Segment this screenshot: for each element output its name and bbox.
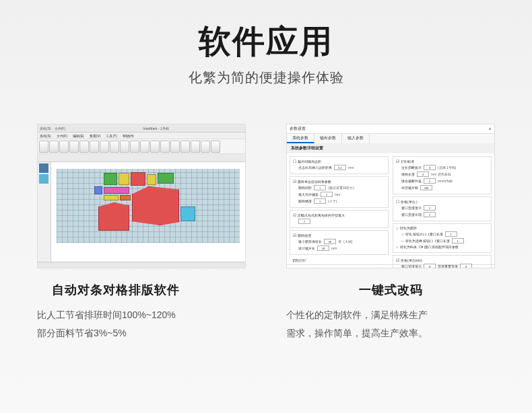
tool-button[interactable]	[39, 141, 48, 153]
menu-item[interactable]: 系统(S)	[40, 134, 51, 138]
param-unit: 度	[338, 239, 341, 243]
radio[interactable]: 转化为4L体, C# (窗口系统配件项目参数	[396, 245, 488, 249]
desc-line: 比人工节省排班时间100%~120%	[37, 306, 246, 324]
param-row: 窗口宽度出现 2	[396, 212, 488, 217]
pattern-piece[interactable]	[119, 173, 129, 185]
param-input[interactable]: 1	[452, 238, 464, 243]
color-swatch[interactable]	[39, 174, 48, 184]
param-input[interactable]: 1	[314, 185, 326, 190]
pattern-piece[interactable]	[120, 195, 131, 200]
param-input[interactable]: 90	[324, 239, 336, 244]
param-input[interactable]: 1	[314, 198, 326, 204]
group-fixwidth: 定幅点与点距离与排列字型最大 2	[290, 210, 389, 228]
tool-button[interactable]	[130, 141, 139, 153]
radio[interactable]: 转化 按钮方(-)	[401, 232, 426, 236]
param-input[interactable]: 4	[417, 172, 429, 177]
param-input[interactable]: 1	[445, 231, 457, 237]
radio-print-by-paper[interactable]: 根据纸打印	[292, 268, 313, 269]
group-convert: 转化为图升 转化 按钮方(-) (窗口长度 1 转化为选棒 按钮(-) (窗口长…	[393, 223, 492, 253]
tool-button[interactable]	[191, 141, 200, 153]
checkbox[interactable]: 定幅点与点距离与排列字型最大	[293, 213, 385, 217]
param-input[interactable]: 0.1	[334, 165, 346, 170]
dialog-right-column: 打印标准 过长切断提示 3 (选择 1号线) 缝线长度 4 mm 切为多段	[393, 156, 492, 262]
pattern-piece[interactable]	[104, 173, 117, 185]
cards-container: 系统(S) 文件(F) InterMark - 1号样 系统(S) 文件(F) …	[0, 124, 532, 342]
pattern-piece[interactable]	[180, 206, 195, 221]
param-label: 点击向后插入边距距离	[298, 165, 332, 170]
tool-button[interactable]	[170, 141, 180, 153]
param-hint: (小于)	[328, 199, 337, 203]
radio[interactable]: 转化为选棒 按钮(-)	[401, 239, 433, 243]
pattern-piece[interactable]	[98, 202, 129, 231]
checkbox[interactable]: 图样处理	[293, 233, 385, 237]
pattern-piece[interactable]	[104, 187, 129, 194]
param-input[interactable]: 2	[424, 212, 436, 217]
pattern-piece[interactable]	[94, 186, 102, 194]
tool-button[interactable]	[59, 141, 69, 153]
menu-item[interactable]: 帮助(H)	[123, 134, 134, 138]
param-label: 窗口宽度出现	[401, 213, 422, 217]
checkbox[interactable]: 图样单边自动对称参数	[293, 179, 385, 184]
tool-button[interactable]	[180, 141, 190, 153]
close-icon[interactable]: ×	[488, 126, 492, 132]
radio[interactable]: 转化为图升	[396, 226, 488, 230]
tool-button[interactable]	[211, 141, 220, 153]
param-input[interactable]: 3	[424, 165, 436, 170]
param-unit: mm	[335, 192, 340, 196]
tool-button[interactable]	[69, 141, 79, 153]
param-input[interactable]: 2	[424, 178, 436, 184]
checkbox[interactable]: 打印标准	[396, 159, 488, 163]
menu-item[interactable]: 查看(V)	[90, 134, 101, 138]
param-row: 窗口宽度显示 2	[396, 205, 488, 211]
tool-button[interactable]	[201, 141, 210, 153]
param-input[interactable]: 2	[298, 219, 310, 224]
group-label: 切割打印	[292, 258, 386, 262]
tool-button[interactable]	[100, 141, 109, 153]
desc-line: 个性化的定制软件，满足特殊生产	[286, 306, 495, 324]
tab-output-params[interactable]: 输出参数	[314, 134, 342, 143]
tab-input-params[interactable]: 输入参数	[342, 134, 370, 143]
param-input[interactable]: 18	[317, 246, 329, 251]
cad-title-center: InterMark - 1号样	[143, 126, 168, 130]
param-label: 图样精度	[298, 199, 312, 203]
tool-button[interactable]	[160, 141, 170, 153]
param-row: 缝合裁断环速 2 mm/s为快	[396, 178, 488, 184]
param-input[interactable]: 3	[460, 264, 472, 268]
cad-body	[38, 162, 245, 262]
tool-button[interactable]	[120, 141, 129, 153]
param-input[interactable]: 2	[321, 192, 333, 197]
cad-titlebar: 系统(S) 文件(F) InterMark - 1号样	[38, 124, 245, 133]
tool-button[interactable]	[49, 141, 59, 153]
checkbox[interactable]: 价格(单位mm)	[396, 258, 488, 262]
tool-button[interactable]	[79, 141, 89, 153]
menu-item[interactable]: 编辑(E)	[73, 134, 84, 138]
param-input[interactable]: 2	[424, 205, 436, 211]
pattern-piece[interactable]	[158, 173, 174, 184]
group-pattern-process: 图样处理 最小图形保留长 90 度 (大致) 设计裁片长 18 mm	[290, 230, 389, 255]
radio-print-by-length[interactable]: 根据长打印	[327, 268, 347, 269]
pattern-piece[interactable]	[147, 174, 156, 185]
tool-button[interactable]	[140, 141, 149, 153]
tool-button[interactable]	[150, 141, 160, 153]
checkbox[interactable]: 价格(单位 )	[396, 199, 488, 204]
pattern-piece[interactable]	[104, 195, 119, 200]
param-hint: (选择 1号线)	[438, 165, 457, 170]
param-input[interactable]: 100	[420, 185, 432, 190]
param-input[interactable]: 3	[424, 264, 436, 268]
param-row: 最大允许偏差 2 mm	[293, 192, 385, 197]
param-row: 转化 按钮方(-) (窗口长度 1	[396, 231, 488, 237]
cad-menubar: 系统(S) 文件(F) 编辑(E) 查看(V) 工具(T) 帮助(H)	[38, 133, 245, 139]
param-label: 最大允许偏差	[298, 192, 319, 196]
tab-system-params[interactable]: 系统参数	[287, 134, 314, 143]
tool-button[interactable]	[110, 141, 119, 153]
card-marker-software: 系统(S) 文件(F) InterMark - 1号样 系统(S) 文件(F) …	[37, 124, 246, 342]
pattern-piece[interactable]	[132, 186, 179, 225]
group-cut-print: 切割打印	[290, 257, 389, 265]
tool-button[interactable]	[90, 141, 99, 153]
param-hint: (建议设置10左右)	[328, 186, 354, 190]
menu-item[interactable]: 工具(T)	[106, 134, 117, 138]
menu-item[interactable]: 文件(F)	[57, 134, 67, 138]
cad-canvas[interactable]	[51, 162, 245, 262]
pattern-piece[interactable]	[131, 172, 145, 186]
color-swatch[interactable]	[39, 163, 48, 173]
